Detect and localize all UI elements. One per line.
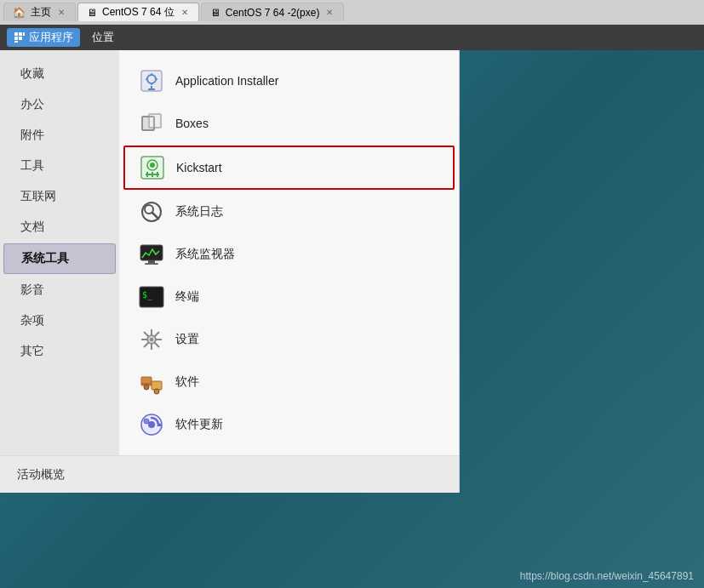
category-panel: 收藏 办公 附件 工具 互联网 文档 系统工具 (0, 50, 119, 455)
gnome-location-button[interactable]: 位置 (85, 28, 121, 47)
svg-text:$_: $_ (142, 290, 153, 300)
tab-home[interactable]: 🏠 主页 ✕ (3, 3, 76, 21)
svg-point-19 (150, 163, 155, 168)
category-office[interactable]: 办公 (3, 90, 116, 119)
gnome-top-bar: 应用程序 位置 (0, 25, 704, 50)
svg-rect-28 (148, 260, 155, 263)
apps-grid-icon (14, 31, 26, 43)
app-software-label: 软件 (175, 374, 199, 390)
svg-rect-2 (23, 32, 25, 36)
tab-bar: 🏠 主页 ✕ 🖥 CentOS 7 64 位 ✕ 🖥 CentOS 7 64 -… (0, 0, 704, 24)
category-accessories[interactable]: 附件 (3, 121, 116, 150)
tab-centos-pxe-icon: 🖥 (210, 7, 220, 19)
category-internet[interactable]: 互联网 (3, 182, 116, 211)
app-item-boxes[interactable]: Boxes (124, 103, 454, 144)
tab-centos[interactable]: 🖥 CentOS 7 64 位 ✕ (77, 3, 199, 21)
app-item-installer[interactable]: Application Installer (124, 60, 454, 101)
category-media[interactable]: 影音 (3, 276, 116, 305)
category-system[interactable]: 系统工具 (3, 243, 116, 274)
tab-home-icon: 🏠 (13, 7, 26, 19)
app-settings-label: 设置 (175, 332, 199, 347)
svg-rect-0 (14, 32, 18, 36)
category-tools[interactable]: 工具 (3, 151, 116, 180)
svg-point-46 (144, 419, 149, 424)
desktop: 收藏 办公 附件 工具 互联网 文档 系统工具 (0, 50, 704, 588)
svg-rect-1 (19, 32, 22, 36)
app-kickstart-icon (139, 154, 166, 181)
tab-centos-pxe-close[interactable]: ✕ (324, 7, 335, 18)
apps-panel: Application Installer Boxes (119, 50, 459, 455)
app-item-update[interactable]: 软件更新 (124, 404, 454, 445)
svg-rect-29 (145, 263, 158, 265)
app-item-software[interactable]: 软件 (124, 362, 454, 402)
app-boxes-label: Boxes (175, 117, 209, 130)
app-update-icon (138, 411, 165, 438)
category-favorites[interactable]: 收藏 (3, 60, 116, 88)
app-item-monitor[interactable]: 系统监视器 (124, 234, 454, 275)
tab-centos-icon: 🖥 (87, 7, 97, 19)
tab-centos-pxe[interactable]: 🖥 CentOS 7 64 -2(pxe) ✕ (201, 3, 345, 21)
svg-point-41 (144, 385, 149, 390)
svg-rect-3 (14, 37, 18, 40)
app-syslog-label: 系统日志 (175, 204, 223, 220)
gnome-apps-label: 应用程序 (29, 30, 73, 45)
svg-rect-27 (140, 245, 163, 260)
category-docs[interactable]: 文档 (3, 213, 116, 242)
tab-home-close[interactable]: ✕ (56, 7, 66, 18)
category-other[interactable]: 其它 (3, 337, 116, 366)
app-update-label: 软件更新 (175, 417, 223, 432)
app-software-icon (138, 368, 165, 396)
svg-point-42 (154, 389, 159, 394)
app-monitor-icon (138, 241, 165, 268)
app-monitor-label: 系统监视器 (175, 247, 235, 262)
activity-overview-button[interactable]: 活动概览 (17, 467, 65, 482)
app-terminal-label: 终端 (175, 289, 199, 305)
application-menu: 收藏 办公 附件 工具 互联网 文档 系统工具 (0, 50, 460, 493)
svg-rect-5 (14, 41, 18, 43)
app-installer-label: Application Installer (175, 74, 278, 88)
tab-centos-close[interactable]: ✕ (180, 7, 190, 18)
menu-body: 收藏 办公 附件 工具 互联网 文档 系统工具 (0, 50, 459, 455)
gnome-apps-button[interactable]: 应用程序 (7, 28, 80, 47)
url-text: https://blog.csdn.net/weixin_45647891 (520, 570, 694, 582)
svg-point-37 (150, 338, 153, 341)
svg-rect-4 (19, 37, 22, 40)
browser-chrome: 🏠 主页 ✕ 🖥 CentOS 7 64 位 ✕ 🖥 CentOS 7 64 -… (0, 0, 704, 25)
app-item-settings[interactable]: 设置 (124, 319, 454, 360)
svg-line-26 (152, 213, 158, 219)
tab-centos-label: CentOS 7 64 位 (102, 5, 175, 20)
app-kickstart-label: Kickstart (176, 161, 222, 174)
app-item-syslog[interactable]: 系统日志 (124, 191, 454, 232)
menu-bottom: 活动概览 (0, 455, 459, 493)
app-syslog-icon (138, 198, 165, 225)
category-misc[interactable]: 杂项 (3, 306, 116, 335)
tab-centos-pxe-label: CentOS 7 64 -2(pxe) (226, 7, 320, 19)
app-item-kickstart[interactable]: Kickstart (123, 146, 455, 190)
app-boxes-icon (138, 110, 165, 137)
app-item-terminal[interactable]: $_ 终端 (124, 277, 454, 317)
gnome-location-label: 位置 (92, 31, 114, 43)
app-installer-icon (138, 67, 165, 94)
app-terminal-icon: $_ (138, 283, 165, 311)
tab-home-label: 主页 (31, 5, 51, 20)
app-settings-icon (138, 326, 165, 353)
url-bar: https://blog.csdn.net/weixin_45647891 (520, 570, 694, 582)
